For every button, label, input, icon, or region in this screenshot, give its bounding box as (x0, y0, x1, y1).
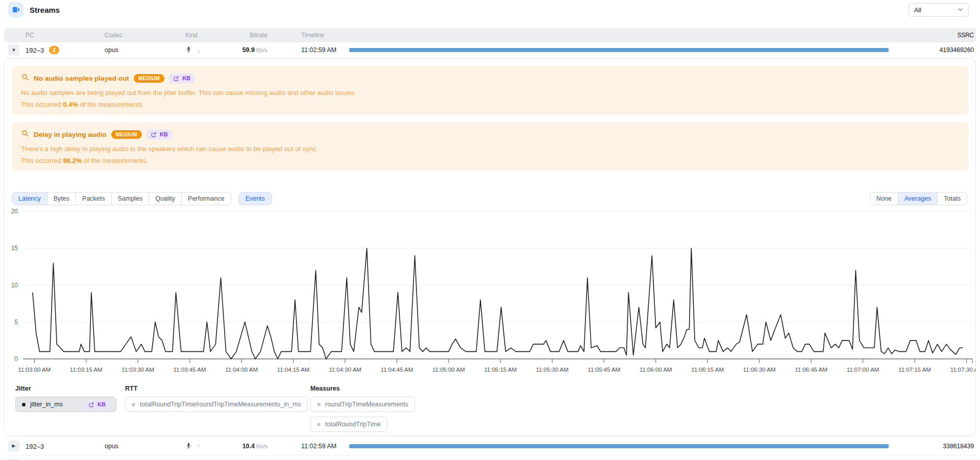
tab-totals[interactable]: Totals (938, 192, 967, 205)
filter-selected-value: All (914, 7, 921, 14)
x-tick-label: 11:06:15 AM (691, 367, 724, 373)
x-tick-label: 11:07:15 AM (898, 367, 931, 373)
alert-no-audio-samples: No audio samples played out MEDIUM KB No… (12, 66, 968, 115)
series-dot-icon (132, 403, 135, 406)
col-bitrate: Bitrate (204, 32, 267, 39)
alert-description: There's a high delay in playing audio in… (21, 144, 959, 154)
tab-packets[interactable]: Packets (76, 192, 111, 205)
alert-title: No audio samples played out (34, 75, 129, 82)
x-tick-label: 11:04:30 AM (329, 367, 361, 373)
kb-label: KB (160, 131, 168, 137)
severity-badge: MEDIUM (111, 130, 142, 139)
jitter-line-chart: 0510152011:03:00 AM11:03:15 AM11:03:30 A… (5, 207, 975, 377)
series-dot-icon (22, 403, 26, 406)
legend-item-total-rtt-ratio[interactable]: totalRoundTripTime/roundTripTimeMeasurem… (125, 397, 308, 412)
severity-badge: MEDIUM (134, 74, 164, 83)
x-tick-label: 11:05:00 AM (432, 367, 465, 373)
legend-item-jitter-in-ms[interactable]: jitter_in_ms KB (15, 397, 116, 412)
legend-heading: RTT (125, 385, 308, 392)
x-tick-label: 11:04:45 AM (381, 367, 413, 373)
col-kind: Kind (185, 32, 198, 39)
tab-samples[interactable]: Samples (112, 192, 150, 205)
kb-link-button[interactable]: KB (169, 74, 194, 83)
y-tick-label: 0 (14, 355, 18, 362)
chevron-down-icon (958, 7, 963, 14)
tab-events[interactable]: Events (238, 192, 272, 205)
tab-averages[interactable]: Averages (898, 192, 938, 205)
occurrence-percent: 0.4% (63, 101, 78, 108)
jitter-series-line (33, 249, 963, 359)
table-row: ▶ 192–3 h264 ↑ 220.1Kb/s 11:06:37 AM 295… (4, 455, 976, 460)
tab-none[interactable]: None (870, 192, 898, 205)
x-tick-label: 11:05:15 AM (484, 367, 517, 373)
legend-item-label: jitter_in_ms (30, 401, 63, 408)
x-tick-label: 11:07:30 AM (950, 367, 975, 373)
codec-value: opus (105, 46, 118, 54)
tab-bytes[interactable]: Bytes (47, 192, 76, 205)
collapse-row-button[interactable]: ▼ (8, 44, 19, 56)
alert-occurrence: This occurred 0.4% of the measurements. (21, 101, 959, 108)
x-tick-label: 11:07:00 AM (847, 367, 879, 373)
x-tick-label: 11:05:30 AM (536, 367, 569, 373)
x-tick-label: 11:04:15 AM (277, 367, 310, 373)
search-icon (21, 73, 29, 83)
latency-chart: 0510152011:03:00 AM11:03:15 AM11:03:30 A… (5, 207, 975, 377)
legend-group-rtt: RTT totalRoundTripTime/roundTripTimeMeas… (125, 385, 308, 412)
stream-filter-select[interactable]: All (909, 3, 969, 17)
kb-label: KB (97, 401, 106, 407)
tab-latency[interactable]: Latency (12, 192, 47, 205)
tab-quality[interactable]: Quality (149, 192, 182, 205)
x-tick-label: 11:03:45 AM (174, 367, 206, 373)
legend-group-measures: Measures roundTripTimeMeasurements total… (310, 385, 415, 432)
kb-label: KB (182, 75, 190, 81)
issue-count-badge: 2 (49, 46, 59, 54)
kb-link-button[interactable]: KB (146, 130, 172, 139)
legend-heading: Measures (310, 385, 415, 392)
x-tick-label: 11:06:00 AM (640, 367, 672, 373)
x-tick-label: 11:05:45 AM (587, 367, 620, 373)
alert-description: No audio samples are being played out fr… (21, 88, 959, 98)
timeline-bar (349, 444, 889, 448)
occurrence-percent: 98.2% (63, 157, 82, 164)
x-tick-label: 11:03:00 AM (18, 367, 51, 373)
bitrate-unit: Kb/s (256, 443, 267, 449)
alert-delay-playing-audio: Delay in playing audio MEDIUM KB There's… (12, 122, 968, 171)
search-icon (21, 129, 29, 139)
x-tick-label: 11:06:45 AM (795, 367, 827, 373)
start-time: 11:02:59 AM (301, 46, 336, 54)
kb-link-button[interactable]: KB (84, 400, 110, 409)
alert-title: Delay in playing audio (34, 131, 107, 138)
bitrate-value: 59.9 (242, 46, 255, 54)
legend-item-rtt-measurements[interactable]: roundTripTimeMeasurements (310, 397, 415, 412)
aggregation-tab-group: None Averages Totals (870, 192, 967, 205)
chart-legend: Jitter jitter_in_ms KB RTT totalRoundTri… (11, 385, 969, 430)
col-codec: Codec (105, 32, 122, 39)
y-tick-label: 20 (11, 208, 18, 215)
y-tick-label: 5 (14, 319, 18, 326)
alert-occurrence: This occurred 98.2% of the measurements. (21, 157, 959, 164)
microphone-icon (185, 45, 192, 55)
timeline-bar-fill (349, 48, 889, 52)
timeline-bar (349, 48, 889, 52)
y-tick-label: 10 (11, 282, 18, 289)
microphone-icon (185, 442, 192, 451)
chart-tabs-row: Latency Bytes Packets Samples Quality Pe… (12, 191, 968, 205)
streams-video-icon (8, 2, 23, 17)
col-ssrc: SSRC (957, 32, 974, 39)
stream-detail-panel: No audio samples played out MEDIUM KB No… (4, 58, 976, 435)
legend-item-label: totalRoundTripTime/roundTripTimeMeasurem… (140, 401, 301, 408)
col-timeline: Timeline (301, 32, 324, 39)
legend-heading: Jitter (15, 385, 116, 392)
expand-row-button[interactable]: ▶ (8, 441, 19, 452)
x-tick-label: 11:03:30 AM (121, 367, 154, 373)
pc-name: 192–3 (26, 46, 44, 54)
outbound-arrow-icon: ↑ (197, 442, 201, 450)
legend-item-total-rtt[interactable]: totalRoundTripTime (310, 417, 387, 432)
table-row: ▼ 192–32 opus ↓ 59.9Kb/s 11:02:59 AM 419… (4, 42, 976, 58)
bitrate-unit: Kb/s (256, 47, 267, 53)
table-row: ▶ 192–3 opus ↑ 10.4Kb/s 11:02:59 AM 3386… (4, 437, 976, 455)
inbound-arrow-icon: ↓ (197, 46, 201, 54)
tab-performance[interactable]: Performance (182, 192, 231, 205)
legend-item-label: roundTripTimeMeasurements (325, 401, 408, 408)
timeline-bar-fill (349, 444, 889, 448)
